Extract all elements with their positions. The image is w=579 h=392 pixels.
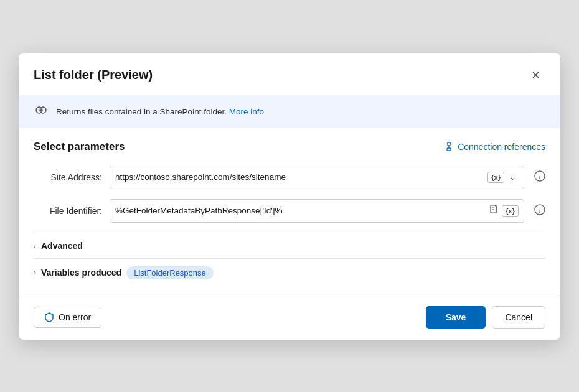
- variables-label: Variables produced: [41, 268, 121, 278]
- site-address-input[interactable]: [115, 172, 487, 182]
- plug-icon: [444, 142, 454, 152]
- sharepoint-icon: [34, 103, 49, 121]
- svg-point-2: [40, 109, 42, 111]
- site-address-label: Site Address:: [34, 172, 102, 182]
- variables-section: › Variables produced ListFolderResponse: [34, 261, 545, 284]
- dialog-footer: On error Save Cancel: [19, 297, 560, 340]
- cancel-button[interactable]: Cancel: [492, 306, 545, 329]
- more-info-link[interactable]: More info: [229, 107, 264, 116]
- file-identifier-variable-btn[interactable]: {x}: [502, 205, 519, 217]
- dialog-body: Select parameters Connection references …: [19, 128, 560, 292]
- file-identifier-file-btn[interactable]: [489, 205, 499, 217]
- variable-chip: ListFolderResponse: [126, 266, 214, 279]
- site-address-info-btn[interactable]: i: [534, 170, 545, 184]
- file-identifier-label: File Identifier:: [34, 206, 102, 216]
- section-header: Select parameters Connection references: [34, 141, 545, 153]
- site-address-actions: {x} ⌄: [487, 171, 519, 183]
- on-error-button[interactable]: On error: [34, 307, 101, 328]
- file-identifier-info-btn[interactable]: i: [534, 204, 545, 218]
- shield-icon: [44, 312, 54, 322]
- section-title: Select parameters: [34, 141, 125, 153]
- divider-2: [34, 258, 545, 259]
- file-identifier-input[interactable]: [115, 206, 489, 215]
- info-banner: Returns files contained in a SharePoint …: [19, 95, 560, 128]
- advanced-chevron: ›: [34, 241, 36, 250]
- divider-1: [34, 233, 545, 233]
- advanced-label: Advanced: [41, 241, 83, 251]
- svg-text:i: i: [539, 173, 541, 180]
- site-address-input-wrap: {x} ⌄: [110, 166, 524, 189]
- footer-right: Save Cancel: [426, 306, 545, 329]
- banner-text: Returns files contained in a SharePoint …: [56, 107, 264, 116]
- variables-chevron[interactable]: ›: [34, 268, 36, 277]
- file-identifier-actions: {x}: [489, 205, 519, 217]
- file-identifier-row: File Identifier: {x}: [34, 199, 545, 223]
- dialog-title: List folder (Preview): [34, 68, 153, 82]
- advanced-section[interactable]: › Advanced: [34, 236, 545, 256]
- site-address-variable-btn[interactable]: {x}: [487, 172, 504, 183]
- connection-references-label: Connection references: [458, 142, 545, 152]
- save-button[interactable]: Save: [426, 306, 486, 329]
- dialog: List folder (Preview) ✕ Returns files co…: [19, 53, 560, 340]
- dialog-header: List folder (Preview) ✕: [19, 53, 560, 95]
- svg-text:i: i: [539, 207, 541, 213]
- svg-rect-10: [491, 205, 496, 213]
- site-address-row: Site Address: {x} ⌄ i: [34, 166, 545, 189]
- svg-rect-5: [447, 148, 451, 151]
- connection-references-button[interactable]: Connection references: [444, 142, 545, 152]
- close-button[interactable]: ✕: [525, 65, 545, 85]
- site-address-chevron-btn[interactable]: ⌄: [507, 171, 519, 183]
- on-error-label: On error: [59, 312, 91, 322]
- file-identifier-input-wrap: {x}: [110, 199, 524, 223]
